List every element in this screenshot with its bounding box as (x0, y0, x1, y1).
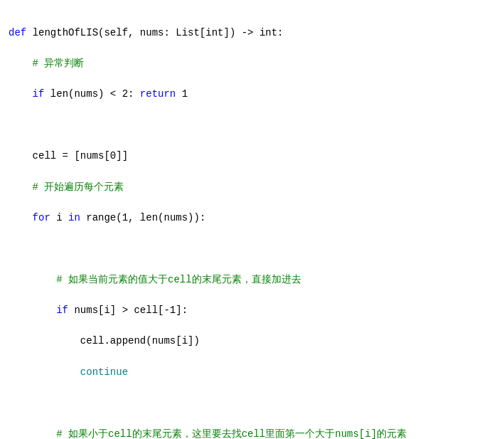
line-12: continue (9, 365, 495, 381)
line-3: if len(nums) < 2: return 1 (9, 87, 495, 102)
line-4 (9, 118, 495, 134)
line-6: # 开始遍历每个元素 (9, 180, 495, 196)
line-10: if nums[i] > cell[-1]: (9, 303, 495, 319)
line-1: def lengthOfLIS(self, nums: List[int]) -… (9, 26, 495, 41)
line-9: # 如果当前元素的值大于cell的末尾元素，直接加进去 (9, 273, 495, 288)
line-5: cell = [nums[0]] (9, 149, 495, 164)
line-13 (9, 396, 495, 411)
line-7: for i in range(1, len(nums)): (9, 211, 495, 226)
code-container: def lengthOfLIS(self, nums: List[int]) -… (0, 6, 504, 439)
line-8 (9, 241, 495, 257)
line-11: cell.append(nums[i]) (9, 334, 495, 349)
line-14: # 如果小于cell的末尾元素，这里要去找cell里面第一个大于nums[i]的… (9, 427, 495, 439)
line-2: # 异常判断 (9, 56, 495, 72)
